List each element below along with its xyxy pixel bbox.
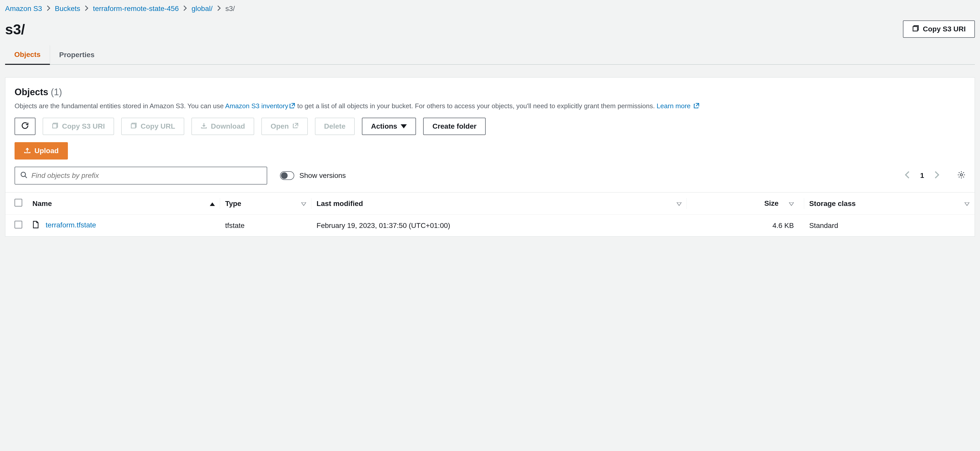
copy-url-button[interactable]: Copy URL bbox=[121, 118, 184, 135]
button-label: Download bbox=[211, 122, 245, 131]
sort-icon bbox=[789, 199, 794, 208]
chevron-right-icon bbox=[183, 5, 187, 13]
col-name[interactable]: Name bbox=[27, 193, 220, 215]
col-last-modified[interactable]: Last modified bbox=[311, 193, 687, 215]
tab-properties[interactable]: Properties bbox=[50, 46, 104, 64]
chevron-right-icon bbox=[85, 5, 88, 13]
select-all-checkbox[interactable] bbox=[14, 199, 22, 207]
button-label: Delete bbox=[324, 122, 345, 131]
breadcrumb-item-current: s3/ bbox=[225, 5, 235, 13]
toggle-label: Show versions bbox=[299, 172, 346, 180]
file-icon bbox=[32, 222, 39, 230]
chevron-right-icon bbox=[217, 5, 221, 13]
download-button[interactable]: Download bbox=[191, 118, 254, 135]
actions-dropdown[interactable]: Actions bbox=[362, 118, 416, 135]
external-link-icon bbox=[694, 102, 700, 112]
show-versions-toggle[interactable]: Show versions bbox=[280, 171, 346, 180]
cell-type: tfstate bbox=[220, 215, 311, 237]
object-link[interactable]: terraform.tfstate bbox=[46, 221, 96, 229]
desc-text: to get a list of all objects in your buc… bbox=[295, 102, 656, 110]
col-label: Name bbox=[32, 199, 52, 207]
tabs: Objects Properties bbox=[5, 45, 975, 65]
sort-icon bbox=[301, 199, 306, 208]
external-link-icon bbox=[289, 102, 295, 112]
svg-point-1 bbox=[960, 174, 963, 176]
breadcrumb-item[interactable]: global/ bbox=[191, 5, 213, 13]
breadcrumb-item[interactable]: Amazon S3 bbox=[5, 5, 42, 13]
learn-more-link[interactable]: Learn more bbox=[657, 102, 690, 110]
table-row: terraform.tfstate tfstate February 19, 2… bbox=[5, 215, 975, 237]
copy-icon bbox=[52, 122, 59, 131]
next-page-button[interactable] bbox=[934, 171, 939, 180]
caret-down-icon bbox=[401, 124, 407, 128]
gear-icon bbox=[957, 172, 966, 180]
button-label: Copy URL bbox=[141, 122, 175, 131]
button-label: Open bbox=[270, 122, 289, 131]
objects-table: Name Type Last modified Size Storage cla… bbox=[5, 192, 975, 236]
cell-storage-class: Standard bbox=[804, 215, 975, 237]
col-label: Type bbox=[225, 199, 241, 207]
upload-button[interactable]: Upload bbox=[14, 142, 68, 159]
action-bar: Copy S3 URI Copy URL Download Open Delet… bbox=[14, 118, 966, 135]
page-number: 1 bbox=[920, 172, 924, 180]
object-count: (1) bbox=[51, 87, 62, 97]
copy-icon bbox=[130, 122, 137, 131]
col-storage-class[interactable]: Storage class bbox=[804, 193, 975, 215]
copy-icon bbox=[912, 25, 919, 34]
col-label: Last modified bbox=[317, 199, 363, 207]
prev-page-button[interactable] bbox=[905, 171, 910, 180]
tab-objects[interactable]: Objects bbox=[5, 45, 50, 65]
upload-icon bbox=[24, 147, 31, 155]
sort-asc-icon bbox=[210, 199, 215, 208]
copy-s3-uri-button[interactable]: Copy S3 URI bbox=[43, 118, 114, 135]
chevron-right-icon bbox=[47, 5, 50, 13]
search-icon bbox=[20, 171, 27, 180]
panel-header: Objects (1) bbox=[14, 87, 966, 97]
col-type[interactable]: Type bbox=[220, 193, 311, 215]
open-button[interactable]: Open bbox=[261, 118, 308, 135]
button-label: Upload bbox=[35, 147, 59, 155]
col-size[interactable]: Size bbox=[687, 193, 804, 215]
svg-point-0 bbox=[21, 172, 26, 177]
download-icon bbox=[200, 122, 207, 131]
inventory-link[interactable]: Amazon S3 inventory bbox=[225, 102, 288, 110]
page-title: s3/ bbox=[5, 21, 25, 38]
button-label: Copy S3 URI bbox=[923, 25, 966, 33]
delete-button[interactable]: Delete bbox=[315, 118, 355, 135]
settings-button[interactable] bbox=[957, 171, 966, 181]
cell-size: 4.6 KB bbox=[687, 215, 804, 237]
search-box[interactable] bbox=[14, 167, 267, 185]
col-label: Size bbox=[764, 199, 779, 207]
copy-s3-uri-button[interactable]: Copy S3 URI bbox=[903, 21, 975, 38]
refresh-icon bbox=[21, 122, 29, 131]
breadcrumb-item[interactable]: Buckets bbox=[55, 5, 80, 13]
pagination: 1 bbox=[905, 171, 966, 181]
sort-icon bbox=[964, 199, 969, 208]
external-link-icon bbox=[293, 122, 299, 131]
refresh-button[interactable] bbox=[14, 118, 35, 135]
breadcrumb-item[interactable]: terraform-remote-state-456 bbox=[93, 5, 179, 13]
toggle-switch[interactable] bbox=[280, 171, 294, 180]
create-folder-button[interactable]: Create folder bbox=[423, 118, 486, 135]
desc-text: Objects are the fundamental entities sto… bbox=[14, 102, 225, 110]
title-row: s3/ Copy S3 URI bbox=[0, 15, 980, 45]
panel-heading: Objects bbox=[14, 87, 48, 97]
col-label: Storage class bbox=[809, 199, 856, 207]
panel-description: Objects are the fundamental entities sto… bbox=[14, 101, 966, 112]
sort-icon bbox=[676, 199, 682, 208]
search-row: Show versions 1 bbox=[14, 167, 966, 185]
button-label: Copy S3 URI bbox=[62, 122, 105, 131]
search-input[interactable] bbox=[32, 172, 262, 180]
action-bar-2: Upload bbox=[14, 142, 966, 159]
cell-last-modified: February 19, 2023, 01:37:50 (UTC+01:00) bbox=[311, 215, 687, 237]
breadcrumb: Amazon S3 Buckets terraform-remote-state… bbox=[0, 0, 980, 15]
row-checkbox[interactable] bbox=[14, 221, 22, 228]
button-label: Actions bbox=[371, 122, 397, 131]
button-label: Create folder bbox=[432, 122, 476, 131]
objects-panel: Objects (1) Objects are the fundamental … bbox=[5, 77, 975, 237]
